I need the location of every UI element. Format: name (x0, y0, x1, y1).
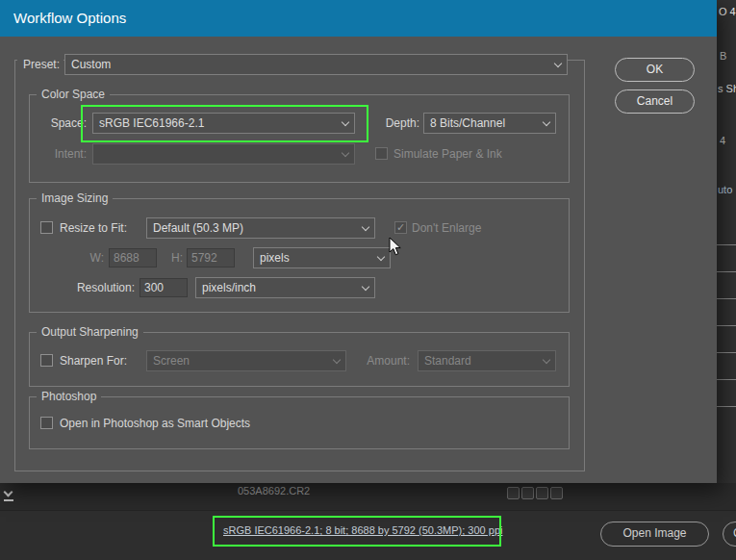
dont-enlarge-checkbox: ✓ (394, 221, 407, 234)
space-label: Space: (25, 113, 87, 134)
simulate-paper-ink-checkbox (375, 147, 388, 160)
dimension-unit-select[interactable]: pixels (253, 247, 391, 268)
chevron-down-icon (543, 118, 550, 126)
smart-objects-label: Open in Photoshop as Smart Objects (60, 413, 250, 434)
panel-fragment: B (720, 50, 726, 62)
resolution-unit-select[interactable]: pixels/inch (195, 277, 375, 298)
chevron-down-icon (543, 356, 550, 364)
check-icon: ✓ (396, 221, 405, 233)
open-image-button[interactable]: Open Image (600, 522, 709, 547)
panel-fragment: 4 (720, 135, 725, 146)
auto-link-fragment[interactable]: uto (718, 184, 732, 195)
resolution-field[interactable]: 300 (140, 278, 188, 297)
filmstrip-action-icon[interactable] (536, 487, 548, 499)
exif-fragment: O 4 (719, 6, 736, 17)
amount-select: Standard (418, 350, 556, 371)
dialog-titlebar[interactable]: Workflow Options (0, 0, 717, 37)
amount-label: Amount: (354, 350, 410, 371)
intent-select (92, 143, 355, 165)
cursor-arrow-icon (389, 237, 402, 257)
photoshop-legend: Photoshop (37, 390, 101, 404)
cancel-button[interactable]: Cancel (615, 89, 695, 114)
slider-track (717, 298, 736, 299)
resize-select-value: Default (50.3 MP) (153, 221, 243, 235)
filmstrip-row (0, 483, 736, 510)
chevron-down-icon (377, 253, 385, 261)
resize-to-fit-label: Resize to Fit: (60, 217, 127, 239)
resize-to-fit-select[interactable]: Default (50.3 MP) (146, 217, 375, 239)
workflow-options-dialog: Workflow Options Preset: Custom OK Cance… (0, 0, 717, 483)
width-label: W: (75, 247, 104, 268)
output-sharpening-legend: Output Sharpening (37, 325, 143, 340)
slider-track (717, 271, 736, 272)
height-field: 5792 (187, 248, 235, 267)
dont-enlarge-label: Don't Enlarge (412, 217, 481, 239)
chevron-down-icon (4, 488, 13, 497)
camera-raw-screen: O 4 B s Sh 4 uto 053A8692.CR2 sRGB IEC61… (0, 0, 736, 560)
zoom-level-dropdown[interactable] (2, 488, 15, 502)
chevron-down-icon (362, 223, 369, 231)
mouse-cursor (389, 237, 402, 261)
resolution-unit-value: pixels/inch (202, 281, 256, 294)
preset-select[interactable]: Custom (64, 54, 568, 75)
smart-objects-checkbox[interactable] (40, 417, 53, 429)
depth-label: Depth: (377, 113, 419, 134)
annotation-highlight-link (213, 516, 501, 547)
filmstrip-action-icon[interactable] (550, 487, 563, 499)
intent-label: Intent: (25, 143, 87, 165)
chevron-down-icon (362, 283, 369, 291)
simulate-paper-ink-label: Simulate Paper & Ink (393, 143, 502, 165)
depth-select-value: 8 Bits/Channel (430, 116, 505, 130)
sharpen-for-label: Sharpen For: (60, 350, 127, 371)
color-space-legend: Color Space (37, 88, 110, 102)
annotation-highlight-space (81, 105, 368, 142)
amount-value: Standard (424, 354, 471, 368)
depth-select[interactable]: 8 Bits/Channel (423, 113, 556, 134)
preset-select-value: Custom (71, 58, 111, 71)
sharpen-for-checkbox[interactable] (40, 354, 53, 367)
resize-to-fit-checkbox[interactable] (40, 221, 53, 234)
filmstrip-action-icon[interactable] (507, 487, 520, 499)
sharpen-for-value: Screen (153, 354, 190, 368)
filename-label: 053A8692.CR2 (238, 485, 310, 496)
dimension-unit-value: pixels (260, 251, 290, 265)
slider-track (717, 352, 736, 353)
background-right-panel: O 4 B s Sh 4 uto (717, 0, 736, 560)
filmstrip-action-icon[interactable] (521, 487, 534, 499)
preset-label: Preset: (17, 54, 63, 75)
chevron-down-icon (554, 60, 562, 67)
chevron-down-icon (342, 149, 349, 157)
height-label: H: (162, 247, 183, 268)
ok-button[interactable]: OK (615, 58, 695, 82)
sharpen-for-select: Screen (146, 350, 346, 371)
slider-track (717, 244, 736, 245)
panel-fragment: s Sh (718, 83, 736, 94)
slider-track (717, 406, 736, 407)
chevron-down-icon (333, 356, 341, 364)
width-field: 8688 (109, 248, 157, 267)
slider-track (717, 325, 736, 326)
slider-track (717, 379, 736, 380)
image-sizing-legend: Image Sizing (37, 191, 113, 206)
resolution-label: Resolution: (54, 277, 135, 298)
underline-mark (4, 499, 13, 501)
